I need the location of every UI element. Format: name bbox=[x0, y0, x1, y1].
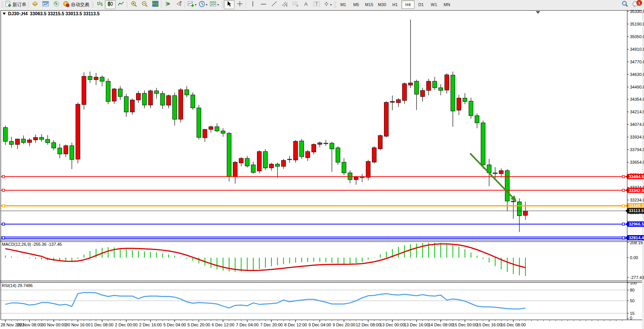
indicators-button[interactable] bbox=[186, 0, 198, 9]
search-button[interactable] bbox=[620, 0, 630, 9]
chart-window[interactable]: 35330.035190.035050.034910.034770.034630… bbox=[0, 9, 644, 329]
auto-scroll-button[interactable] bbox=[163, 0, 173, 9]
toolbar-grip[interactable] bbox=[334, 1, 336, 8]
price-tick-label: 34354.0 bbox=[630, 97, 644, 102]
templates-button[interactable] bbox=[209, 0, 220, 9]
vertical-line-button[interactable] bbox=[247, 0, 258, 9]
time-axis-label: 2 Dec 16:00 bbox=[139, 323, 162, 327]
price-tick-label: 35190.0 bbox=[630, 22, 644, 26]
toolbar-grip[interactable] bbox=[221, 1, 223, 8]
line-handle[interactable] bbox=[622, 189, 625, 192]
timeframe-mn-button[interactable]: MN bbox=[440, 0, 453, 9]
candle-body bbox=[318, 143, 322, 144]
timeframe-h4-button[interactable]: H4 bbox=[401, 0, 414, 9]
line-handle[interactable] bbox=[622, 223, 625, 225]
timeframe-m5-button[interactable]: M5 bbox=[350, 0, 363, 9]
candlestick-icon bbox=[107, 1, 113, 8]
pane-separator[interactable] bbox=[0, 281, 642, 282]
line-handle[interactable] bbox=[2, 176, 5, 178]
rsi-scale-label: 15 bbox=[630, 311, 634, 316]
time-axis-label: 2 Dec 00:00 bbox=[115, 323, 138, 327]
price-tick-label: 34074.0 bbox=[630, 122, 644, 127]
candle-body bbox=[360, 177, 364, 178]
autotrading-button[interactable]: 自动交易 bbox=[62, 0, 90, 9]
profiles-button[interactable] bbox=[30, 0, 40, 9]
timeframe-h1-button[interactable]: H1 bbox=[389, 0, 401, 9]
candle-body bbox=[124, 97, 128, 112]
pane-separator[interactable] bbox=[0, 240, 642, 242]
time-axis-label: 1 Dec 08:00 bbox=[91, 323, 113, 327]
text-button[interactable]: A bbox=[301, 0, 312, 9]
price-tick-label: 34910.0 bbox=[630, 47, 644, 52]
zoom-out-button[interactable] bbox=[139, 0, 150, 9]
equidistant-channel-button[interactable]: E bbox=[279, 0, 290, 9]
candle-body bbox=[312, 144, 316, 152]
candle-body bbox=[27, 140, 32, 143]
candle-body bbox=[378, 135, 382, 149]
collapse-triangle-icon[interactable] bbox=[3, 13, 6, 15]
svg-text:T: T bbox=[315, 2, 318, 6]
time-axis-label: 9 Dec 20:00 bbox=[332, 323, 355, 327]
cursor-button[interactable] bbox=[224, 0, 234, 9]
trendline-button[interactable] bbox=[269, 0, 279, 9]
periods-button[interactable] bbox=[198, 0, 209, 9]
signals-icon bbox=[53, 1, 60, 9]
time-axis-label: 15 Dec 16:00 bbox=[477, 323, 501, 327]
candle-body bbox=[481, 123, 485, 165]
timeframe-group: M1M5M15M30H1H4D1W1MN bbox=[337, 0, 453, 9]
timeframe-w1-button[interactable]: W1 bbox=[427, 0, 440, 9]
timeframe-m15-button[interactable]: M15 bbox=[363, 0, 376, 9]
bar-chart-button[interactable] bbox=[94, 0, 105, 9]
line-handle[interactable] bbox=[2, 223, 5, 225]
chart-shift-button[interactable] bbox=[173, 0, 184, 9]
search-icon bbox=[622, 0, 628, 9]
crosshair-icon bbox=[237, 1, 243, 8]
zoom-in-button[interactable] bbox=[128, 0, 139, 9]
line-chart-icon bbox=[118, 1, 124, 8]
price-tag-label: 33494.5 bbox=[629, 174, 644, 179]
candle-body bbox=[457, 98, 461, 110]
text-label-icon: T bbox=[313, 1, 320, 8]
candle-body bbox=[445, 75, 449, 90]
toolbar-grip[interactable] bbox=[92, 1, 93, 8]
separator bbox=[127, 1, 128, 8]
fibonacci-button[interactable]: F bbox=[290, 0, 301, 9]
notifications-button[interactable]: 1 bbox=[630, 0, 641, 9]
chart-canvas[interactable]: 35330.035190.035050.034910.034770.034630… bbox=[0, 9, 644, 329]
line-chart-button[interactable] bbox=[116, 0, 126, 9]
macd-scale-label: -277.43 bbox=[630, 275, 644, 280]
line-handle[interactable] bbox=[2, 237, 5, 239]
profiles-icon bbox=[32, 1, 39, 8]
candle-body bbox=[372, 148, 376, 162]
candlestick-chart-button[interactable] bbox=[105, 0, 116, 9]
candle-body bbox=[414, 81, 419, 94]
separator bbox=[161, 1, 162, 8]
crosshair-button[interactable] bbox=[234, 0, 245, 9]
arrows-tool-button[interactable] bbox=[322, 0, 333, 9]
timeframe-m1-button[interactable]: M1 bbox=[337, 0, 350, 9]
new-order-button[interactable]: 新订单 bbox=[4, 0, 27, 9]
signals-button[interactable] bbox=[51, 0, 62, 9]
rsi-scale-label: 80 bbox=[630, 288, 634, 292]
horizontal-line-button[interactable] bbox=[258, 0, 269, 9]
candle-body bbox=[251, 165, 255, 173]
timeframe-d1-button[interactable]: D1 bbox=[414, 0, 427, 9]
line-handle[interactable] bbox=[622, 237, 625, 239]
candle-body bbox=[197, 108, 201, 137]
toolbar-grip[interactable] bbox=[1, 1, 3, 8]
text-label-button[interactable]: T bbox=[312, 0, 322, 9]
line-handle[interactable] bbox=[2, 189, 5, 192]
timeframe-m30-button[interactable]: M30 bbox=[376, 0, 389, 9]
time-axis-label: 30 Nov 16:00 bbox=[66, 323, 90, 327]
line-handle[interactable] bbox=[622, 205, 625, 207]
line-handle[interactable] bbox=[622, 176, 625, 178]
open-chart-button[interactable] bbox=[40, 0, 51, 9]
price-tick-label: 34770.0 bbox=[630, 60, 644, 64]
candle-body bbox=[118, 89, 122, 97]
candle-body bbox=[281, 160, 286, 166]
candle-body bbox=[191, 95, 195, 108]
tile-windows-button[interactable] bbox=[150, 0, 161, 9]
line-handle[interactable] bbox=[2, 205, 5, 207]
time-axis-label: 29 Nov 08:00 bbox=[17, 323, 42, 327]
candle-body bbox=[463, 98, 467, 102]
